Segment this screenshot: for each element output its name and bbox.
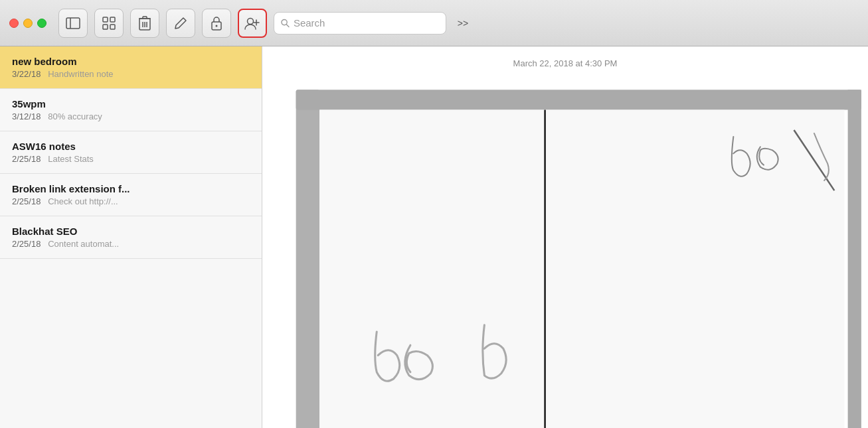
- note-date: March 22, 2018 at 4:30 PM: [513, 58, 618, 68]
- minimize-button[interactable]: [23, 19, 33, 28]
- expand-button[interactable]: >>: [453, 13, 473, 33]
- note-meta: 2/25/18 Latest Stats: [12, 154, 250, 164]
- traffic-lights: [9, 19, 46, 28]
- list-item[interactable]: new bedroom 3/22/18 Handwritten note: [0, 46, 262, 89]
- svg-rect-0: [66, 18, 80, 29]
- list-item[interactable]: Broken link extension f... 2/25/18 Check…: [0, 174, 262, 216]
- search-input[interactable]: [294, 17, 439, 29]
- list-item[interactable]: 35wpm 3/12/18 80% accuracy: [0, 89, 262, 131]
- note-meta: 2/25/18 Content automat...: [12, 239, 250, 249]
- search-bar[interactable]: [274, 12, 446, 35]
- titlebar: >>: [0, 0, 868, 46]
- svg-rect-3: [110, 17, 115, 22]
- grid-view-button[interactable]: [94, 9, 124, 38]
- sidebar-toggle-button[interactable]: [58, 9, 88, 38]
- delete-note-button[interactable]: [130, 9, 159, 38]
- svg-rect-4: [103, 25, 108, 29]
- sidebar: new bedroom 3/22/18 Handwritten note 35w…: [0, 46, 262, 428]
- list-item[interactable]: Blackhat SEO 2/25/18 Content automat...: [0, 216, 262, 259]
- note-meta: 2/25/18 Check out http://...: [12, 196, 250, 206]
- svg-rect-21: [296, 90, 319, 428]
- list-item[interactable]: ASW16 notes 2/25/18 Latest Stats: [0, 131, 262, 174]
- note-title: ASW16 notes: [12, 141, 250, 152]
- svg-rect-25: [319, 110, 844, 428]
- note-title: Blackhat SEO: [12, 226, 250, 237]
- note-content-area: March 22, 2018 at 4:30 PM: [262, 46, 868, 428]
- note-title: Broken link extension f...: [12, 183, 250, 194]
- svg-rect-5: [110, 25, 115, 29]
- svg-point-16: [248, 18, 254, 24]
- share-note-button[interactable]: [238, 9, 267, 38]
- svg-rect-22: [296, 90, 861, 109]
- maximize-button[interactable]: [37, 19, 46, 28]
- handwriting-canvas: [262, 82, 868, 428]
- main-content: new bedroom 3/22/18 Handwritten note 35w…: [0, 46, 868, 428]
- svg-rect-2: [103, 17, 108, 22]
- note-meta: 3/22/18 Handwritten note: [12, 69, 250, 79]
- lock-note-button[interactable]: [202, 9, 231, 38]
- note-meta: 3/12/18 80% accuracy: [12, 111, 250, 121]
- svg-point-15: [216, 25, 218, 27]
- svg-line-20: [286, 24, 289, 27]
- close-button[interactable]: [9, 19, 19, 28]
- search-icon: [281, 19, 290, 28]
- new-note-button[interactable]: [166, 9, 195, 38]
- note-title: new bedroom: [12, 56, 250, 67]
- handwriting-svg: [262, 82, 868, 428]
- note-title: 35wpm: [12, 98, 250, 109]
